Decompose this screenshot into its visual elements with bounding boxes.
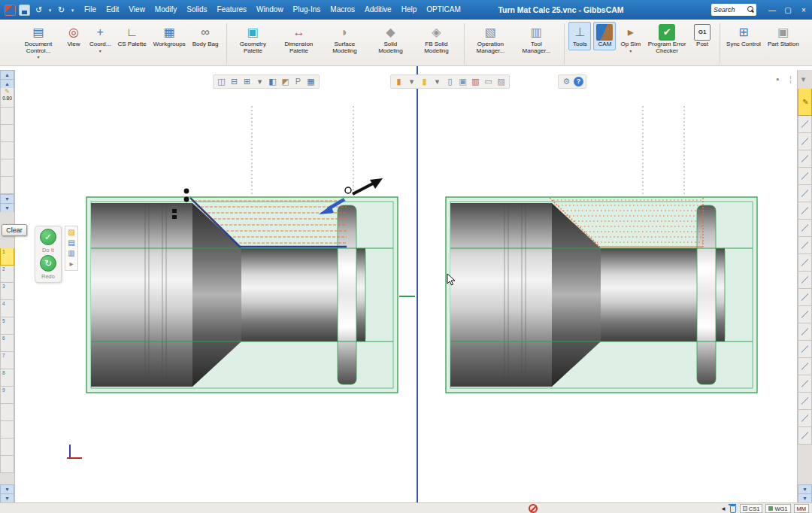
part-flange[interactable]: [338, 205, 356, 384]
left-viewport[interactable]: [83, 103, 403, 404]
left-rail-slot-2[interactable]: 2: [0, 266, 14, 283]
left-rail-scroll-bottom[interactable]: ▼: [0, 484, 14, 493]
flyout-caret-icon[interactable]: ▸: [69, 260, 73, 269]
ribbon-cs-palette[interactable]: ∟CS Palette: [115, 22, 148, 50]
display-grid-icon[interactable]: ▦: [305, 76, 317, 87]
left-rail-scroll-up[interactable]: ▲: [0, 70, 14, 79]
menu-edit[interactable]: Edit: [106, 0, 119, 20]
left-rail-slot-7[interactable]: 7: [0, 352, 14, 369]
menu-modify[interactable]: Modify: [155, 0, 177, 20]
stock-caret-icon[interactable]: ▾: [406, 76, 417, 87]
right-rail-slot-14[interactable]: [798, 341, 812, 358]
right-rail-scroll-down[interactable]: ▼: [798, 484, 812, 493]
right-rail-slot-7[interactable]: [798, 220, 812, 237]
left-rail-empty-cell[interactable]: [0, 177, 14, 194]
status-badge-wg1[interactable]: WG1: [765, 504, 790, 513]
right-rail-slot-6[interactable]: [798, 202, 812, 220]
ribbon-program-error-checker[interactable]: ✔Program Error Checker: [645, 22, 689, 56]
status-badge-cs1[interactable]: CS1: [740, 504, 763, 513]
ribbon-coordinate-systems[interactable]: +Coord...▾: [87, 22, 113, 56]
ribbon-post[interactable]: G1Post: [691, 22, 714, 50]
clear-button[interactable]: Clear: [2, 224, 27, 236]
ribbon-geometry-palette[interactable]: ▣Geometry Palette: [231, 22, 274, 56]
caret-down-icon[interactable]: ▾: [37, 55, 39, 59]
ribbon-workgroups[interactable]: ▦Workgroups: [151, 22, 188, 50]
right-rail-slot-2[interactable]: [798, 133, 812, 150]
right-rail-slot-18[interactable]: [798, 410, 812, 427]
stock-visibility-icon[interactable]: ▮: [393, 76, 404, 87]
right-rail-slot-10[interactable]: [798, 272, 812, 289]
viewport-layout-icon[interactable]: ◫: [216, 76, 227, 87]
shaded-view-icon[interactable]: ◩: [280, 76, 291, 87]
right-rail-slot-13[interactable]: [798, 323, 812, 341]
right-viewport[interactable]: [443, 103, 762, 404]
right-rail-slot-19[interactable]: [798, 427, 812, 445]
left-rail-empty-cell[interactable]: [0, 159, 14, 177]
left-rail-scroll-up[interactable]: ▲: [0, 79, 14, 88]
view-caret-icon[interactable]: ▾: [254, 76, 265, 87]
right-rail-slot-4[interactable]: [798, 168, 812, 185]
folder-icon[interactable]: ▨: [68, 228, 74, 237]
flag-icon[interactable]: P: [292, 76, 304, 87]
undo-icon[interactable]: ↺: [33, 5, 44, 16]
ribbon-solid-modeling[interactable]: ◆Solid Modeling: [368, 22, 412, 56]
gibbscam-logo-icon[interactable]: [5, 5, 16, 16]
left-rail-slot-6[interactable]: 6: [0, 335, 14, 352]
ribbon-body-bag[interactable]: ∞Body Bag: [190, 22, 221, 50]
caret-down-icon[interactable]: ▾: [629, 49, 632, 53]
left-rail-scroll-down[interactable]: ▼: [0, 203, 14, 212]
ribbon-sync-control[interactable]: ⊞Sync Control: [724, 22, 763, 50]
ribbon-part-station[interactable]: ▣Part Station: [765, 22, 801, 50]
do-it-button[interactable]: ✓: [40, 229, 56, 245]
corner-caret-icon[interactable]: ▾: [798, 74, 809, 85]
menu-opticam[interactable]: OPTICAM: [426, 0, 461, 20]
save-icon[interactable]: [19, 5, 30, 16]
search-box[interactable]: Search: [711, 4, 756, 16]
ribbon-cam[interactable]: CAM: [593, 22, 616, 50]
left-rail-scroll-down[interactable]: ▼: [0, 194, 14, 203]
left-rail-slot-5[interactable]: 5: [0, 317, 14, 335]
left-rail-empty-cell[interactable]: [0, 125, 14, 142]
menu-file[interactable]: File: [84, 0, 96, 20]
menu-features[interactable]: Features: [217, 0, 247, 20]
left-rail-slot-3[interactable]: 3: [0, 283, 14, 300]
viewport-quad-icon[interactable]: ⊞: [241, 76, 253, 87]
part-large-cylinder[interactable]: [91, 203, 192, 387]
direction-arrow-black[interactable]: [353, 178, 383, 194]
close-button[interactable]: ×: [798, 6, 809, 14]
body-visibility-icon[interactable]: ▯: [444, 76, 456, 87]
left-rail-slot-1[interactable]: 1: [0, 248, 14, 266]
copy-icon[interactable]: ▤: [68, 238, 74, 247]
right-rail-slot-17[interactable]: [798, 393, 812, 410]
ribbon-view[interactable]: ◎View: [62, 22, 85, 50]
left-rail-slot-8[interactable]: 8: [0, 369, 14, 387]
left-rail-empty-cell[interactable]: [0, 108, 14, 125]
redo-button[interactable]: ↻: [40, 255, 56, 272]
part-flange[interactable]: [697, 205, 716, 384]
bodies-icon[interactable]: ▣: [457, 76, 468, 87]
left-rail-slot-11[interactable]: [0, 421, 14, 439]
menu-plug-ins[interactable]: Plug-Ins: [293, 0, 321, 20]
fixture-caret-icon[interactable]: ▾: [432, 76, 443, 87]
left-rail-slot-12[interactable]: [0, 439, 14, 456]
right-rail-selected-slot[interactable]: ✎: [798, 89, 812, 116]
left-rail-scroll-bottom[interactable]: ▼: [0, 493, 14, 502]
viewport-split-icon[interactable]: ⊟: [229, 76, 240, 87]
paste-icon[interactable]: ▥: [68, 249, 74, 258]
caret-down-icon[interactable]: ▾: [99, 49, 102, 53]
ribbon-surface-modeling[interactable]: ◗Surface Modeling: [323, 22, 366, 56]
axes-icon[interactable]: ▥: [470, 76, 481, 87]
left-rail-slot-13[interactable]: [0, 456, 14, 473]
left-rail-slot-4[interactable]: 4: [0, 300, 14, 317]
menu-window[interactable]: Window: [256, 0, 283, 20]
right-rail-slot-15[interactable]: [798, 358, 812, 375]
redo-icon[interactable]: ↻: [56, 5, 67, 16]
menu-help[interactable]: Help: [401, 0, 417, 20]
right-rail-scroll-down[interactable]: ▼: [798, 493, 812, 502]
right-rail-slot-5[interactable]: [798, 185, 812, 202]
right-rail-slot-16[interactable]: [798, 375, 812, 393]
trash-icon[interactable]: [730, 505, 736, 513]
cylinder-icon[interactable]: ▭: [483, 76, 494, 87]
ribbon-op-sim[interactable]: ▸Op Sim▾: [618, 22, 643, 56]
viewport-divider[interactable]: [417, 66, 418, 513]
